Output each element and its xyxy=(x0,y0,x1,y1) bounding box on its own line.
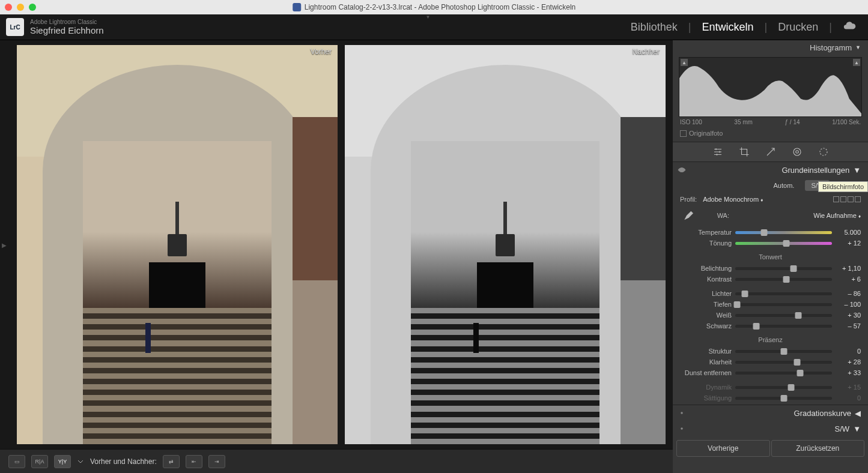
view-dropdown-icon[interactable] xyxy=(77,458,84,465)
contrast-slider[interactable]: Kontrast+ 6 xyxy=(680,274,861,285)
crop-icon[interactable] xyxy=(739,146,750,157)
aperture-label: ƒ / 14 xyxy=(785,119,800,125)
wb-dropdown[interactable]: Wie Aufnahme ♦ xyxy=(735,212,861,219)
copy-before-button[interactable]: ⇤ xyxy=(186,455,202,468)
texture-slider[interactable]: Struktur0 xyxy=(680,346,861,357)
tone-curve-title: Gradationskurve xyxy=(794,409,851,418)
user-name-label: Siegfried Eichhorn xyxy=(30,25,104,35)
histogram-chart[interactable]: ▲ ▲ xyxy=(679,57,862,117)
svg-point-1 xyxy=(795,151,798,154)
separator: | xyxy=(829,21,832,34)
svg-point-3 xyxy=(681,169,683,171)
tool-strip xyxy=(673,142,868,162)
before-after-label: Vorher und Nachher: xyxy=(90,457,157,466)
separator: | xyxy=(765,21,768,34)
bw-title: S/W xyxy=(835,424,850,433)
basic-panel-header[interactable]: Grundeinstellungen ▼ xyxy=(673,162,868,178)
histogram-panel: ▲ ▲ ISO 100 35 mm ƒ / 14 1/100 Sek. Orig… xyxy=(673,55,868,142)
highlight-clip-indicator[interactable]: ▲ xyxy=(853,59,860,66)
whites-slider[interactable]: Weiß+ 30 xyxy=(680,310,861,321)
highlights-slider[interactable]: Lichter– 86 xyxy=(680,288,861,299)
svg-point-4 xyxy=(681,412,683,414)
separator: | xyxy=(688,21,691,34)
collapse-icon: ▼ xyxy=(853,166,861,175)
module-develop[interactable]: Entwickeln xyxy=(702,21,754,34)
copy-after-button[interactable]: ⇥ xyxy=(208,455,225,468)
after-image[interactable]: Nachher xyxy=(345,45,666,444)
eye-toggle-icon[interactable] xyxy=(678,424,686,433)
clarity-slider[interactable]: Klarheit+ 28 xyxy=(680,357,861,367)
reference-view-button[interactable]: R|A xyxy=(31,455,48,468)
temperature-slider[interactable]: Temperatur 5.000 xyxy=(680,227,861,238)
sidebar-footer: Vorherige Zurücksetzen xyxy=(673,436,868,460)
close-window-button[interactable] xyxy=(5,4,12,11)
exposure-slider[interactable]: Belichtung+ 1,10 xyxy=(680,263,861,274)
traffic-lights xyxy=(5,4,36,11)
before-after-yy-button[interactable]: Y|Y xyxy=(54,455,71,468)
before-label: Vorher xyxy=(311,47,332,56)
main-area: ▶ Vorher Nachher ▭ R|A xyxy=(0,40,868,473)
loupe-view-button[interactable]: ▭ xyxy=(8,455,25,468)
maximize-window-button[interactable] xyxy=(29,4,36,11)
reset-button[interactable]: Zurücksetzen xyxy=(771,440,865,457)
tone-sliders: Tonwert Belichtung+ 1,10 Kontrast+ 6 Lic… xyxy=(673,250,868,333)
image-preview xyxy=(345,45,666,444)
app-icon xyxy=(293,3,301,11)
profile-browser-icon[interactable] xyxy=(833,196,861,202)
profile-label: Profil: xyxy=(680,196,697,203)
saturation-slider[interactable]: Sättigung0 xyxy=(680,393,861,403)
vibrance-slider[interactable]: Dynamik+ 15 xyxy=(680,382,861,393)
previous-button[interactable]: Vorherige xyxy=(676,440,770,457)
exif-info: ISO 100 35 mm ƒ / 14 1/100 Sek. xyxy=(679,117,862,127)
dehaze-slider[interactable]: Dunst entfernen+ 33 xyxy=(680,367,861,378)
heal-icon[interactable] xyxy=(765,146,776,157)
histogram-title: Histogramm xyxy=(810,43,852,52)
shadows-slider[interactable]: Tiefen– 100 xyxy=(680,299,861,310)
svg-point-2 xyxy=(820,148,827,155)
content-area: Vorher Nachher ▭ R|A Y|Y Vo xyxy=(0,40,673,473)
eye-toggle-icon[interactable] xyxy=(678,409,686,417)
image-preview xyxy=(17,45,338,444)
eyedropper-icon[interactable] xyxy=(680,209,693,222)
wb-sliders: Temperatur 5.000 Tönung + 12 xyxy=(673,226,868,250)
secondary-toolbar: ▭ R|A Y|Y Vorher und Nachher: ⇄ ⇤ ⇥ xyxy=(0,449,673,473)
tone-curve-header[interactable]: Gradationskurve ◀ xyxy=(673,405,868,421)
edit-sliders-icon[interactable] xyxy=(712,146,723,157)
eye-toggle-icon[interactable] xyxy=(678,166,686,174)
profile-dropdown[interactable]: Adobe Monochrom ♦ xyxy=(703,196,827,203)
bw-panel-header[interactable]: S/W ▼ xyxy=(673,421,868,436)
iso-label: ISO 100 xyxy=(680,119,702,125)
after-label: Nachher xyxy=(633,47,660,56)
lrc-logo-icon: LrC xyxy=(6,18,24,36)
collapsed-panels: Gradationskurve ◀ S/W ▼ xyxy=(673,405,868,436)
original-label: Originalfoto xyxy=(689,130,723,137)
shadow-clip-indicator[interactable]: ▲ xyxy=(681,59,688,66)
checkbox-icon xyxy=(680,130,687,137)
blacks-slider[interactable]: Schwarz– 57 xyxy=(680,321,861,331)
top-panel-collapse[interactable]: ▼ xyxy=(426,14,443,19)
svg-point-5 xyxy=(681,427,683,430)
minimize-window-button[interactable] xyxy=(17,4,24,11)
original-photo-checkbox[interactable]: Originalfoto xyxy=(679,127,862,139)
auto-button[interactable]: Autom. xyxy=(768,180,801,191)
identity-plate[interactable]: LrC Adobe Lightroom Classic Siegfried Ei… xyxy=(6,18,104,36)
module-library[interactable]: Bibliothek xyxy=(631,21,678,34)
mask-icon[interactable] xyxy=(792,146,803,157)
presence-sliders: Präsenz Struktur0 Klarheit+ 28 Dunst ent… xyxy=(673,333,868,405)
before-image[interactable]: Vorher xyxy=(17,45,338,444)
window-title: Lightroom Catalog-2-2-v13-3.lrcat - Adob… xyxy=(293,3,576,11)
cloud-sync-icon[interactable] xyxy=(843,19,856,35)
focal-label: 35 mm xyxy=(734,119,753,125)
module-picker: Bibliothek | Entwickeln | Drucken | xyxy=(631,19,856,35)
swap-button[interactable]: ⇄ xyxy=(163,455,180,468)
module-print[interactable]: Drucken xyxy=(778,21,818,34)
tone-title: Tonwert xyxy=(680,251,861,263)
expand-icon: ◀ xyxy=(855,409,861,418)
tint-slider[interactable]: Tönung + 12 xyxy=(680,238,861,249)
wb-label: WA: xyxy=(699,212,729,219)
histogram-header[interactable]: Histogramm ▼ xyxy=(673,40,868,55)
expand-icon: ▼ xyxy=(853,424,861,433)
redeye-icon[interactable] xyxy=(818,146,829,157)
window-title-text: Lightroom Catalog-2-2-v13-3.lrcat - Adob… xyxy=(305,3,576,11)
app-name-label: Adobe Lightroom Classic xyxy=(30,19,104,25)
